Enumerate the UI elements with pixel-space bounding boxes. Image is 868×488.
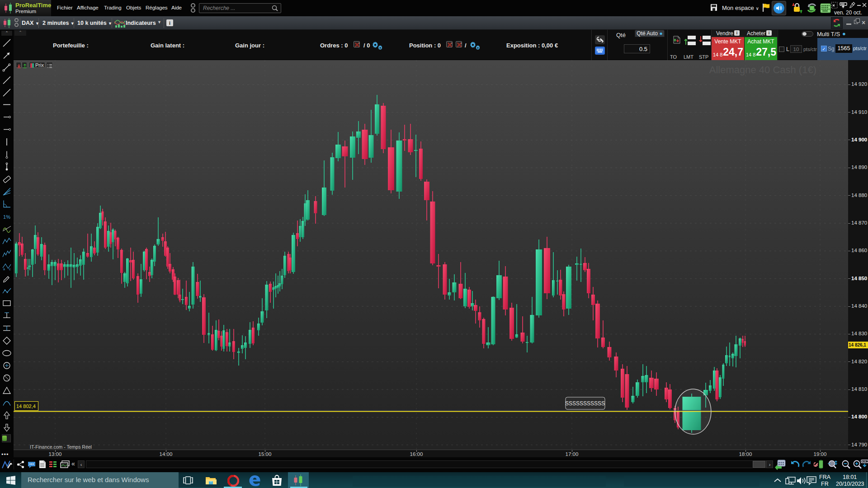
svg-text:SSSSSSSSSSS: SSSSSSSSSSS	[565, 400, 605, 407]
svg-text:a: a	[3, 267, 5, 271]
svg-text:IT-Finance.com - Temps Réel: IT-Finance.com - Temps Réel	[30, 444, 92, 450]
svg-text:Allemagne 40 Cash (1€): Allemagne 40 Cash (1€)	[709, 64, 816, 75]
svg-text:14 802,4: 14 802,4	[16, 404, 36, 409]
svg-text:c: c	[9, 267, 11, 271]
svg-text:1%: 1%	[3, 214, 10, 220]
